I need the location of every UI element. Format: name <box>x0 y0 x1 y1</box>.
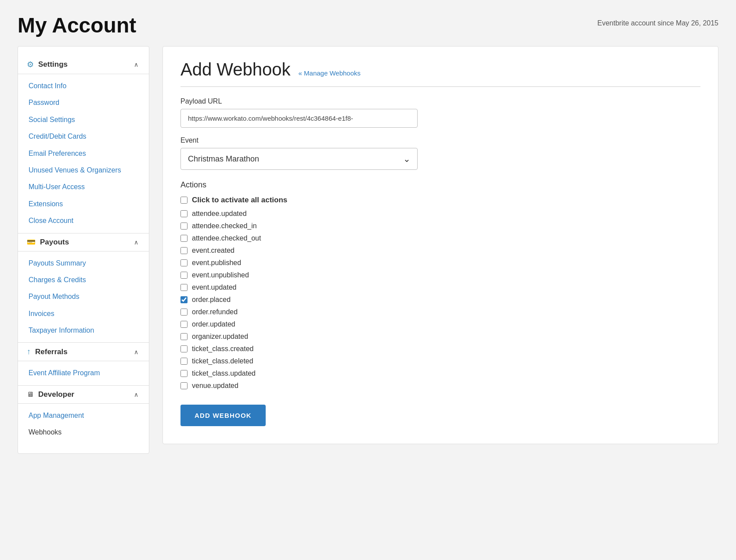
label-event-unpublished[interactable]: event.unpublished <box>192 271 249 279</box>
sidebar-section-settings: ⚙ Settings ∧ Contact Info Password Socia… <box>18 55 149 233</box>
label-ticket-class-deleted[interactable]: ticket_class.deleted <box>192 357 253 365</box>
action-item-ticket-class-created: ticket_class.created <box>180 345 700 353</box>
actions-label: Actions <box>180 180 700 190</box>
action-item-event-unpublished: event.unpublished <box>180 271 700 279</box>
checkbox-order-placed[interactable] <box>180 296 188 303</box>
sidebar-item-extensions[interactable]: Extensions <box>18 196 149 212</box>
main-layout: ⚙ Settings ∧ Contact Info Password Socia… <box>18 46 718 454</box>
checkbox-event-updated[interactable] <box>180 284 188 291</box>
sidebar-item-app-management[interactable]: App Management <box>18 407 149 424</box>
action-item-organizer-updated: organizer.updated <box>180 333 700 341</box>
webhook-header: Add Webhook « Manage Webhooks <box>180 60 700 79</box>
add-webhook-button[interactable]: ADD WEBHOOK <box>180 405 266 426</box>
action-item-order-refunded: order.refunded <box>180 308 700 316</box>
sidebar-section-developer: 🖥 Developer ∧ App Management Webhooks <box>18 386 149 445</box>
label-attendee-checked-out[interactable]: attendee.checked_out <box>192 234 261 242</box>
sidebar-item-password[interactable]: Password <box>18 94 149 111</box>
settings-section-header-left: ⚙ Settings <box>27 60 68 69</box>
checkbox-attendee-checked-in[interactable] <box>180 223 188 230</box>
action-item-ticket-class-updated: ticket_class.updated <box>180 370 700 377</box>
settings-nav: Contact Info Password Social Settings Cr… <box>18 74 149 233</box>
settings-section-header[interactable]: ⚙ Settings ∧ <box>18 55 149 74</box>
label-order-updated[interactable]: order.updated <box>192 320 235 328</box>
sidebar-item-close-account[interactable]: Close Account <box>18 212 149 229</box>
label-event-updated[interactable]: event.updated <box>192 284 236 291</box>
developer-nav: App Management Webhooks <box>18 404 149 445</box>
payouts-nav: Payouts Summary Charges & Credits Payout… <box>18 251 149 343</box>
sidebar-item-credit-debit-cards[interactable]: Credit/Debit Cards <box>18 128 149 145</box>
action-item-event-created: event.created <box>180 247 700 255</box>
content-area: Add Webhook « Manage Webhooks Payload UR… <box>162 46 718 444</box>
label-organizer-updated[interactable]: organizer.updated <box>192 333 248 341</box>
upload-icon: ↑ <box>27 347 31 356</box>
checkbox-venue-updated[interactable] <box>180 382 188 389</box>
checkbox-order-updated[interactable] <box>180 321 188 328</box>
action-item-order-placed: order.placed <box>180 296 700 304</box>
account-since: Eventbrite account since May 26, 2015 <box>597 19 718 27</box>
activate-all-checkbox[interactable] <box>180 197 188 204</box>
action-item-event-published: event.published <box>180 259 700 267</box>
checkbox-attendee-updated[interactable] <box>180 210 188 217</box>
activate-all-item: Click to activate all actions <box>180 196 700 205</box>
page-title: My Account <box>18 13 136 37</box>
sidebar-item-email-preferences[interactable]: Email Preferences <box>18 145 149 162</box>
page-header: My Account Eventbrite account since May … <box>18 0 718 46</box>
event-select-wrapper: Christmas Marathon ⌄ <box>180 148 418 170</box>
checkbox-event-published[interactable] <box>180 259 188 266</box>
action-item-venue-updated: venue.updated <box>180 382 700 390</box>
sidebar-item-contact-info[interactable]: Contact Info <box>18 78 149 94</box>
label-venue-updated[interactable]: venue.updated <box>192 382 238 390</box>
sidebar-section-payouts: 💳 Payouts ∧ Payouts Summary Charges & Cr… <box>18 233 149 343</box>
developer-section-header-left: 🖥 Developer <box>27 390 74 399</box>
checkbox-organizer-updated[interactable] <box>180 333 188 340</box>
sidebar-item-invoices[interactable]: Invoices <box>18 305 149 322</box>
label-ticket-class-updated[interactable]: ticket_class.updated <box>192 370 256 377</box>
sidebar-item-multi-user-access[interactable]: Multi-User Access <box>18 179 149 195</box>
sidebar-item-webhooks[interactable]: Webhooks <box>18 424 149 441</box>
sidebar-item-social-settings[interactable]: Social Settings <box>18 111 149 128</box>
action-item-order-updated: order.updated <box>180 320 700 328</box>
sidebar-item-payout-methods[interactable]: Payout Methods <box>18 288 149 305</box>
label-event-published[interactable]: event.published <box>192 259 241 267</box>
referrals-section-title: Referrals <box>35 348 68 356</box>
settings-section-title: Settings <box>38 60 68 69</box>
payouts-section-header[interactable]: 💳 Payouts ∧ <box>18 233 149 251</box>
event-select[interactable]: Christmas Marathon <box>180 148 418 170</box>
sidebar-item-charges-credits[interactable]: Charges & Credits <box>18 272 149 288</box>
sidebar-item-taxpayer-info[interactable]: Taxpayer Information <box>18 322 149 339</box>
checkbox-event-created[interactable] <box>180 247 188 254</box>
payouts-section-title: Payouts <box>40 238 69 247</box>
settings-chevron-icon: ∧ <box>134 61 138 68</box>
sidebar-item-event-affiliate[interactable]: Event Affiliate Program <box>18 365 149 381</box>
sidebar-item-unused-venues[interactable]: Unused Venues & Organizers <box>18 162 149 179</box>
label-order-refunded[interactable]: order.refunded <box>192 308 238 316</box>
sidebar-item-payouts-summary[interactable]: Payouts Summary <box>18 255 149 272</box>
checkbox-ticket-class-created[interactable] <box>180 345 188 352</box>
referrals-section-header[interactable]: ↑ Referrals ∧ <box>18 343 149 361</box>
label-attendee-checked-in[interactable]: attendee.checked_in <box>192 222 257 230</box>
webhook-title: Add Webhook <box>180 60 291 79</box>
activate-all-label[interactable]: Click to activate all actions <box>192 196 287 205</box>
label-event-created[interactable]: event.created <box>192 247 235 255</box>
payload-url-label: Payload URL <box>180 97 700 105</box>
referrals-section-header-left: ↑ Referrals <box>27 347 68 356</box>
sidebar: ⚙ Settings ∧ Contact Info Password Socia… <box>18 46 149 454</box>
referrals-chevron-icon: ∧ <box>134 348 138 355</box>
action-item-ticket-class-deleted: ticket_class.deleted <box>180 357 700 365</box>
label-ticket-class-created[interactable]: ticket_class.created <box>192 345 254 353</box>
manage-webhooks-link[interactable]: « Manage Webhooks <box>299 69 361 77</box>
checkbox-ticket-class-updated[interactable] <box>180 370 188 377</box>
developer-chevron-icon: ∧ <box>134 391 138 398</box>
checkbox-ticket-class-deleted[interactable] <box>180 358 188 365</box>
payouts-section-header-left: 💳 Payouts <box>27 238 69 247</box>
label-attendee-updated[interactable]: attendee.updated <box>192 210 247 218</box>
header-divider <box>180 86 700 87</box>
checkbox-attendee-checked-out[interactable] <box>180 235 188 242</box>
developer-section-header[interactable]: 🖥 Developer ∧ <box>18 386 149 404</box>
checkbox-event-unpublished[interactable] <box>180 272 188 279</box>
developer-section-title: Developer <box>38 390 74 399</box>
payload-url-input[interactable] <box>180 109 418 128</box>
action-item-event-updated: event.updated <box>180 284 700 291</box>
checkbox-order-refunded[interactable] <box>180 309 188 316</box>
label-order-placed[interactable]: order.placed <box>192 296 231 304</box>
